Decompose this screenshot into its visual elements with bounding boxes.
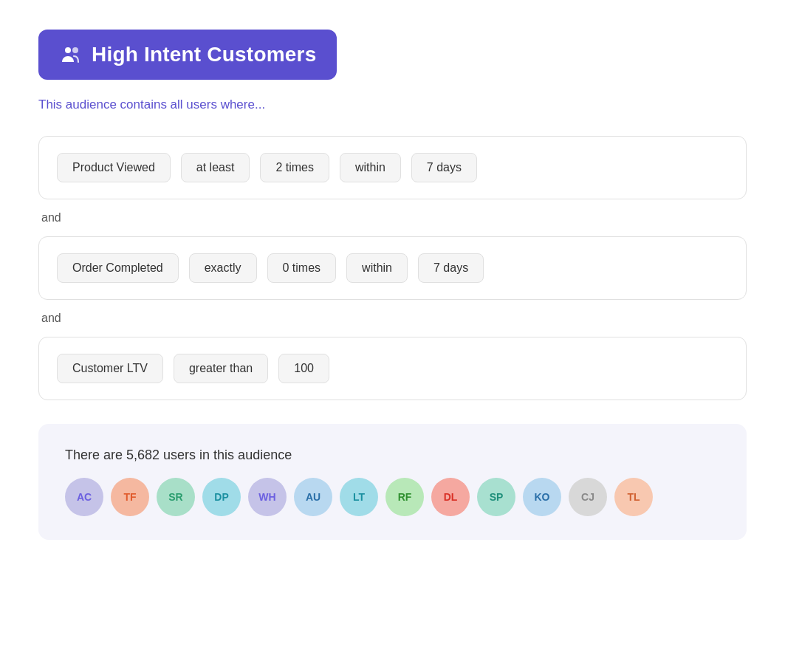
users-count-text: There are 5,682 users in this audience xyxy=(65,448,720,463)
and-label-2: and xyxy=(41,312,747,325)
avatar: TF xyxy=(111,478,149,516)
avatar: KO xyxy=(523,478,561,516)
condition-block-3: Customer LTV greater than 100 xyxy=(38,337,747,400)
audience-icon xyxy=(59,43,83,66)
condition-block-1: Product Viewed at least 2 times within 7… xyxy=(38,136,747,199)
header-badge: High Intent Customers xyxy=(38,30,337,80)
avatar: DP xyxy=(202,478,241,516)
avatar: RF xyxy=(385,478,424,516)
pill-freq-2[interactable]: exactly xyxy=(189,253,257,283)
avatar: SR xyxy=(157,478,195,516)
and-label-1: and xyxy=(41,211,747,224)
avatar: WH xyxy=(248,478,287,516)
avatar: CJ xyxy=(569,478,607,516)
pill-event-3[interactable]: Customer LTV xyxy=(57,354,163,383)
svg-point-1 xyxy=(72,47,78,53)
avatar: LT xyxy=(340,478,378,516)
svg-point-0 xyxy=(65,47,71,53)
pill-time-2[interactable]: within xyxy=(346,253,408,283)
pill-event-2[interactable]: Order Completed xyxy=(57,253,179,283)
avatar: DL xyxy=(431,478,470,516)
avatar: AU xyxy=(294,478,332,516)
avatars-row: ACTFSRDPWHAULTRFDLSPKOCJTL xyxy=(65,478,720,516)
condition-block-2: Order Completed exactly 0 times within 7… xyxy=(38,236,747,300)
avatar: TL xyxy=(614,478,653,516)
pill-count-1[interactable]: 2 times xyxy=(260,153,329,182)
pill-days-1[interactable]: 7 days xyxy=(411,153,477,182)
pill-days-2[interactable]: 7 days xyxy=(418,253,484,283)
pill-time-1[interactable]: within xyxy=(340,153,401,182)
page-title: High Intent Customers xyxy=(92,43,316,66)
subtitle-text: This audience contains all users where..… xyxy=(38,97,747,112)
avatar: SP xyxy=(477,478,515,516)
pill-freq-1[interactable]: at least xyxy=(181,153,250,182)
pill-count-2[interactable]: 0 times xyxy=(267,253,337,283)
pill-freq-3[interactable]: greater than xyxy=(174,354,268,383)
users-panel: There are 5,682 users in this audience A… xyxy=(38,424,747,540)
pill-event-1[interactable]: Product Viewed xyxy=(57,153,171,182)
avatar: AC xyxy=(65,478,103,516)
pill-count-3[interactable]: 100 xyxy=(278,354,329,383)
